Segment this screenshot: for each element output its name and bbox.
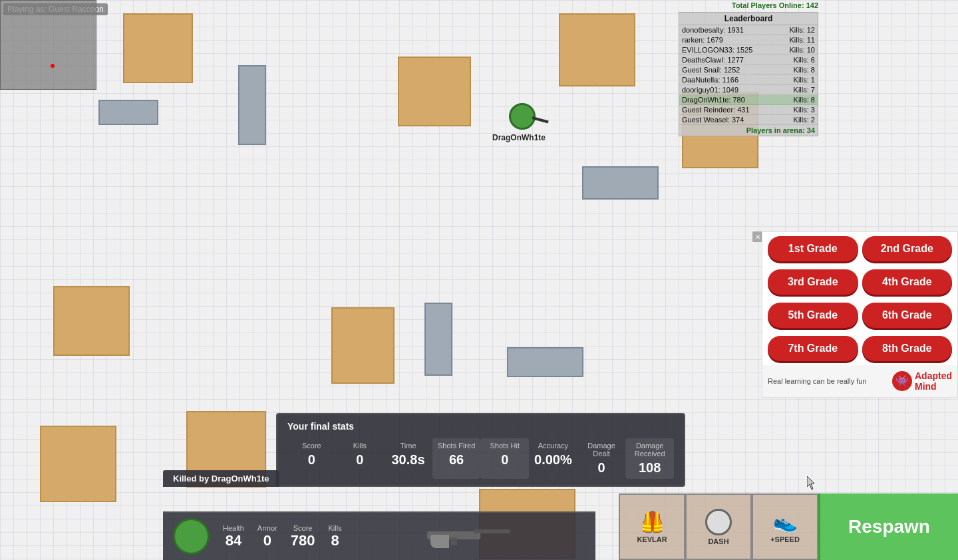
speed-icon: 👟	[773, 510, 798, 533]
item-slots: 🦺 KEVLAR DASH 👟 +SPEED	[619, 493, 818, 560]
adapted-mind-mascot-icon: 👾	[892, 371, 912, 391]
kevlar-label: KEVLAR	[637, 535, 667, 543]
grade-1-button[interactable]: 1st Grade	[768, 236, 858, 261]
stat-kills-label: Kills	[341, 442, 379, 450]
stat-damage-received-value: 108	[631, 460, 669, 476]
stat-time: Time 30.8s	[384, 438, 432, 479]
stat-score-value: 0	[293, 452, 331, 468]
leaderboard-row: dooriguy01: 1049Kills: 7	[679, 85, 818, 95]
obstacle	[559, 13, 635, 86]
lb-player-kills: Kills: 12	[789, 26, 815, 34]
minimap-player-dot	[51, 64, 55, 68]
item-slot-kevlar[interactable]: 🦺 KEVLAR	[619, 493, 685, 560]
lb-player-name: Guest Snail: 1252	[682, 66, 740, 74]
respawn-button[interactable]: Respawn	[818, 493, 958, 560]
obstacle-gray	[582, 166, 659, 200]
stat-kills: Kills 0	[336, 438, 385, 479]
obstacle-gray	[98, 100, 158, 125]
lb-player-name: DragOnWh1te: 780	[682, 96, 745, 104]
stat-score: Score 0	[287, 438, 336, 479]
lb-player-kills: Kills: 1	[794, 76, 815, 84]
grade-6-button[interactable]: 6th Grade	[862, 303, 953, 328]
death-health: Health 84	[223, 524, 244, 549]
lb-player-kills: Kills: 6	[794, 56, 815, 64]
leaderboard-row: donotbesalty: 1931Kills: 12	[679, 25, 818, 35]
obstacle	[398, 57, 471, 126]
death-score-label: Score	[291, 524, 315, 532]
item-slot-speed[interactable]: 👟 +SPEED	[752, 493, 818, 560]
grade-2-button[interactable]: 2nd Grade	[862, 236, 953, 261]
minimap	[0, 0, 96, 90]
death-armor: Armor 0	[257, 524, 277, 549]
obstacle	[53, 286, 130, 356]
player-label: DragOnWh1te	[492, 133, 546, 142]
leaderboard-row: Guest Snail: 1252Kills: 8	[679, 65, 818, 75]
lb-player-kills: Kills: 8	[794, 66, 815, 74]
lb-player-name: rarken: 1679	[682, 36, 723, 44]
stat-shots-hit-label: Shots Hit	[486, 442, 524, 450]
obstacle	[40, 426, 116, 502]
leaderboard-row: DeathsClawI: 1277Kills: 6	[679, 55, 818, 65]
dash-icon	[705, 509, 732, 535]
leaderboard-row: Guest Weasel: 374Kills: 2	[679, 115, 818, 125]
stat-shots-fired: Shots Fired 66	[432, 438, 481, 479]
stat-time-label: Time	[389, 442, 427, 450]
leaderboard-row: rarken: 1679Kills: 11	[679, 35, 818, 45]
death-health-label: Health	[223, 524, 244, 532]
obstacle-gray	[424, 303, 452, 376]
online-count: Total Players Online: 142	[732, 1, 818, 9]
dash-label: DASH	[708, 537, 728, 545]
grade-row-2: 3rd Grade 4th Grade	[762, 265, 957, 299]
leaderboard-row: DragOnWh1te: 780Kills: 8	[679, 95, 818, 105]
weapon-display	[355, 521, 585, 551]
lb-player-name: Guest Weasel: 374	[682, 116, 744, 124]
stat-shots-fired-value: 66	[438, 452, 476, 468]
death-score-value: 780	[291, 532, 315, 549]
grade-8-button[interactable]: 8th Grade	[862, 336, 953, 361]
death-kills-label: Kills	[328, 524, 341, 532]
lb-player-name: DaaNutella: 1166	[682, 76, 738, 84]
lb-player-kills: Kills: 3	[794, 106, 815, 114]
item-slot-dash[interactable]: DASH	[685, 493, 752, 560]
stat-damage-received-label: Damage Received	[631, 442, 669, 458]
gun-grip	[450, 537, 457, 545]
killed-by-text: Killed by DragOnWh1te	[163, 470, 279, 487]
death-health-value: 84	[223, 532, 244, 549]
grade-row-4: 7th Grade 8th Grade	[762, 332, 957, 365]
grade-row-3: 5th Grade 6th Grade	[762, 299, 957, 332]
stats-panel: Your final stats Score 0 Kills 0 Time 30…	[276, 413, 685, 487]
stat-shots-hit: Shots Hit 0	[480, 438, 529, 479]
stat-damage-received: Damage Received 108	[625, 438, 674, 479]
death-kills-value: 8	[328, 532, 341, 549]
lb-player-kills: Kills: 8	[794, 96, 815, 104]
stat-shots-fired-label: Shots Fired	[438, 442, 476, 450]
death-armor-value: 0	[257, 532, 277, 549]
stat-accuracy: Accuracy 0.00%	[529, 438, 577, 479]
obstacle	[331, 307, 395, 384]
stat-time-value: 30.8s	[389, 452, 427, 468]
stat-accuracy-value: 0.00%	[534, 452, 572, 468]
leaderboard: Leaderboard donotbesalty: 1931Kills: 12r…	[679, 12, 818, 136]
stat-accuracy-label: Accuracy	[534, 442, 572, 450]
arena-player-count: Players in arena: 34	[679, 125, 818, 136]
player-avatar	[173, 518, 210, 555]
death-panel: Health 84 Armor 0 Score 780 Kills 8	[163, 511, 595, 560]
stat-shots-hit-value: 0	[486, 452, 524, 468]
grade-5-button[interactable]: 5th Grade	[768, 303, 858, 328]
grade-7-button[interactable]: 7th Grade	[768, 336, 858, 361]
lb-player-kills: Kills: 2	[794, 116, 815, 124]
lb-player-kills: Kills: 10	[789, 46, 815, 54]
adapted-mind-tagline: Real learning can be really fun	[768, 377, 889, 385]
lb-player-name: dooriguy01: 1049	[682, 86, 738, 94]
weapon-icon	[427, 521, 514, 551]
gun-stock	[430, 535, 449, 548]
grade-4-button[interactable]: 4th Grade	[862, 269, 953, 295]
gun-barrel	[474, 529, 510, 533]
lb-player-name: donotbesalty: 1931	[682, 26, 744, 34]
death-score: Score 780	[291, 524, 315, 549]
grade-row-1: 1st Grade 2nd Grade	[762, 232, 957, 265]
lb-player-name: DeathsClawI: 1277	[682, 56, 744, 64]
death-kills: Kills 8	[328, 524, 341, 549]
leaderboard-rows: donotbesalty: 1931Kills: 12rarken: 1679K…	[679, 25, 818, 125]
grade-3-button[interactable]: 3rd Grade	[768, 269, 858, 295]
